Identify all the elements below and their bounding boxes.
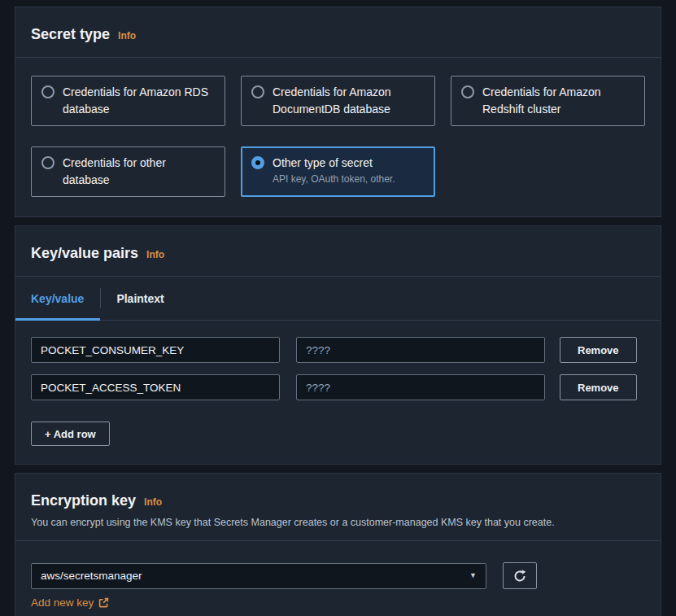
secret-type-panel: Secret type Info Credentials for Amazon … [15,7,661,217]
radio-button-icon[interactable] [41,85,55,98]
key-value-rows: Remove Remove + Add row [15,321,661,464]
secret-type-option-other-secret[interactable]: Other type of secret API key, OAuth toke… [241,146,435,197]
radio-button-icon[interactable] [41,156,55,169]
option-description: API key, OAuth token, other. [273,173,395,186]
chevron-down-icon: ▼ [469,572,477,579]
encryption-key-body: aws/secretsmanager ▼ Add new key [15,541,661,616]
remove-row-button-1[interactable]: Remove [560,337,637,363]
encryption-key-description: You can encrypt using the KMS key that S… [31,516,645,529]
external-link-icon [98,597,109,608]
secret-value-input-2[interactable] [296,374,545,400]
secret-type-options: Credentials for Amazon RDS database Cred… [15,58,661,216]
kms-key-selected-value: aws/secretsmanager [41,570,142,582]
key-value-tabs: Key/value Plaintext [15,277,661,321]
option-label: Credentials for Amazon Redshift cluster [482,84,635,118]
encryption-key-panel: Encryption key Info You can encrypt usin… [15,473,661,616]
tab-key-value[interactable]: Key/value [15,277,100,320]
encryption-key-header: Encryption key Info You can encrypt usin… [15,474,661,541]
add-row-button[interactable]: + Add row [31,422,110,446]
refresh-button[interactable] [503,562,537,589]
secret-type-info-link[interactable]: Info [118,30,136,42]
radio-button-icon[interactable] [461,85,474,98]
radio-button-icon[interactable] [251,85,264,98]
remove-row-button-2[interactable]: Remove [560,374,637,400]
option-label: Credentials for Amazon DocumentDB databa… [273,84,425,118]
secret-type-title: Secret type [31,24,110,44]
secret-type-header: Secret type Info [15,7,661,58]
key-value-pairs-header: Key/value pairs Info [15,226,661,277]
key-value-pairs-title: Key/value pairs [31,243,138,263]
secret-key-input-1[interactable] [31,337,280,363]
secret-type-option-redshift[interactable]: Credentials for Amazon Redshift cluster [451,76,645,126]
key-value-row: Remove [31,337,645,363]
secret-type-option-documentdb[interactable]: Credentials for Amazon DocumentDB databa… [241,76,435,126]
add-new-key-link[interactable]: Add new key [31,596,109,609]
key-value-pairs-panel: Key/value pairs Info Key/value Plaintext… [15,225,661,465]
option-label: Credentials for other database [63,155,215,189]
secret-type-option-other-database[interactable]: Credentials for other database [31,146,225,197]
encryption-key-info-link[interactable]: Info [144,496,162,508]
secret-key-input-2[interactable] [31,374,280,400]
tab-plaintext[interactable]: Plaintext [100,277,180,320]
key-value-pairs-info-link[interactable]: Info [146,249,164,260]
add-new-key-label: Add new key [31,596,94,609]
radio-button-selected-icon[interactable] [251,156,264,169]
option-label: Other type of secret [273,155,395,172]
key-value-row: Remove [31,374,645,400]
secret-type-option-rds[interactable]: Credentials for Amazon RDS database [31,76,225,126]
secret-value-input-1[interactable] [296,337,545,363]
refresh-icon [513,570,526,583]
encryption-key-title: Encryption key [31,491,136,510]
kms-key-select[interactable]: aws/secretsmanager ▼ [31,563,486,589]
option-label: Credentials for Amazon RDS database [63,84,215,118]
